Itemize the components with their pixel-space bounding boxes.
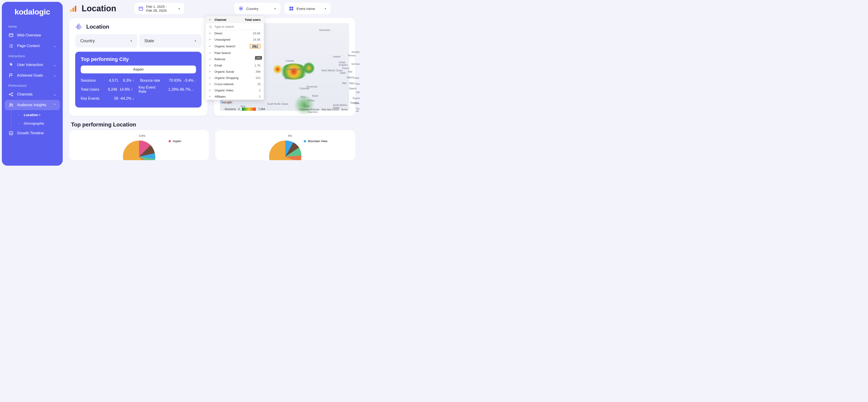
caret-down-icon: ▼ [274, 7, 276, 10]
subnav-audience: Location • Demographic [11, 111, 60, 127]
nav-achieved-goals[interactable]: Achieved Goals ⌄ [5, 70, 60, 81]
subnav-label: Demographic [24, 121, 44, 125]
dropdown-item[interactable]: ✓Organic Shopping201 [206, 75, 264, 81]
top-performing-panel: Top performing City Aspen Sessions4,5719… [75, 52, 202, 108]
country-filter[interactable]: Country ▼ [234, 3, 280, 14]
subnav-demographic[interactable]: Demographic [21, 119, 60, 127]
map-label: North Atlantic Ocean [321, 69, 343, 72]
country-filter-label: Country [246, 7, 258, 10]
metric-label: Total Users [81, 87, 104, 92]
card-title: Location [86, 24, 109, 30]
legend-gradient [242, 108, 256, 111]
arrow-icon: ↑ [131, 87, 133, 92]
dropdown-item[interactable]: ✓Organic Video2 [206, 87, 264, 93]
check-icon: ✓ [209, 38, 212, 41]
pie-card-2: 5% Mountain View [215, 130, 355, 160]
dropdown-item[interactable]: ✓Paid Searchonly [206, 50, 264, 56]
nav-web-overview[interactable]: Web Overview [5, 30, 60, 40]
metric-delta: 14.9% [117, 87, 130, 92]
item-value: 201 [255, 76, 260, 80]
map-card: ✓ Channel Total users ✓Direct29.6K✓Unass… [214, 18, 355, 116]
dropdown-item[interactable]: ✓Organic Social389 [206, 68, 264, 75]
dropdown-item[interactable]: ✓Direct29.6K [206, 30, 264, 36]
item-label: Referral [214, 57, 254, 61]
subnav-location[interactable]: Location • [21, 111, 60, 119]
chevron-down-icon: ⌄ [54, 44, 56, 48]
svg-rect-31 [291, 9, 293, 10]
svg-rect-34 [79, 24, 79, 30]
map-label: Canada [286, 60, 294, 62]
sidebar: kodalogic Home Web Overview Page Content… [2, 2, 63, 166]
perf-city-pill[interactable]: Aspen [81, 65, 196, 74]
map-label: Nigeria [349, 87, 356, 90]
metric-delta: -64.2% [118, 96, 131, 100]
pie-percent: 5% [288, 134, 292, 138]
content-row: Location Country ▼ State ▼ Top performin… [69, 18, 355, 116]
users-icon [8, 102, 14, 108]
tab-state[interactable]: State ▼ [139, 34, 202, 48]
tab-label: Country [80, 38, 130, 44]
dropdown-search [206, 23, 264, 30]
map-label: Chad [355, 83, 360, 85]
attrib-shortcuts[interactable]: Keyboard shortcuts [300, 108, 319, 111]
date-range-label: Feb 1, 2025 - Feb 28, 2025 [146, 5, 174, 12]
map-label: Bolivia [308, 99, 314, 102]
legend-dot-icon [304, 140, 306, 142]
dropdown-search-input[interactable] [214, 25, 260, 28]
chart-icon [8, 131, 14, 136]
map-label: Italy [348, 70, 352, 73]
attrib-data[interactable]: Map data ©2025 [322, 108, 339, 111]
dropdown-item[interactable]: ✓Organic SearchONLY [206, 43, 264, 50]
svg-point-10 [12, 95, 13, 96]
page-title: Location [82, 4, 116, 13]
event-filter[interactable]: Event name ▼ [285, 3, 331, 14]
svg-rect-19 [70, 9, 72, 12]
dropdown-item[interactable]: ✓Email1.7K [206, 62, 264, 68]
svg-rect-0 [9, 34, 13, 37]
attrib-terms[interactable]: Terms [341, 108, 347, 111]
svg-line-12 [10, 95, 12, 95]
target-icon [239, 6, 244, 11]
legend-label: Sessions [225, 108, 236, 111]
tab-country[interactable]: Country ▼ [75, 34, 137, 48]
nav-label: Growth Timeline [17, 131, 56, 135]
pie-legend-1: Aspen [168, 139, 181, 143]
date-range-picker[interactable]: Feb 1, 2025 - Feb 28, 2025 ▼ [134, 3, 185, 14]
map-attribution: Keyboard shortcuts Map data ©2025 Terms [300, 108, 347, 111]
metric-label: Key Events [81, 96, 105, 100]
nav-label: Channels [17, 92, 54, 96]
nav-user-interaction[interactable]: User Interaction ⌄ [5, 60, 60, 70]
metric-value: 59 [105, 96, 118, 100]
nav-audience-insights[interactable]: Audience Insights ⌃ [5, 100, 60, 110]
dropdown-item[interactable]: ✓Referral2.6K [206, 56, 264, 62]
nav-growth-timeline[interactable]: Growth Timeline [5, 128, 60, 138]
topbar: Location Feb 1, 2025 - Feb 28, 2025 ▼ Co… [69, 3, 355, 14]
nav-page-content[interactable]: Page Content ⌄ [5, 41, 60, 51]
analytics-icon [69, 4, 78, 13]
dropdown-item[interactable]: ✓Affiliates1 [206, 93, 264, 100]
item-value: 33 [257, 82, 260, 86]
item-label: Unassigned [214, 38, 253, 41]
heat-spot [303, 62, 314, 74]
dropdown-item[interactable]: ✓Cross-network33 [206, 81, 264, 87]
pie-chart-icon [116, 134, 162, 160]
map-label: Iceland [333, 55, 340, 58]
nav-channels[interactable]: Channels ⌄ [5, 89, 60, 99]
map-label: Norway [348, 54, 356, 57]
metric-label: Bounce rate [140, 79, 166, 83]
australia-label: Australia [222, 100, 226, 104]
check-icon: ✓ [209, 58, 212, 61]
check-icon: ✓ [209, 52, 212, 54]
check-icon: ✓ [209, 89, 212, 92]
subnav-label: Location • [24, 113, 40, 117]
nav-section-interactions: Interactions [5, 53, 60, 59]
nav-label: Page Content [17, 44, 54, 48]
only-button[interactable]: ONLY [250, 44, 260, 49]
map-label: France [342, 67, 349, 69]
location-card: Location Country ▼ State ▼ Top performin… [69, 18, 208, 116]
nav-label: Audience Insights [17, 103, 54, 107]
dropdown-header-label: Channel [214, 18, 245, 22]
dropdown-item[interactable]: ✓Unassigned19.3K [206, 36, 264, 43]
svg-rect-22 [139, 7, 143, 10]
metric-value: 4,571 [105, 79, 118, 83]
